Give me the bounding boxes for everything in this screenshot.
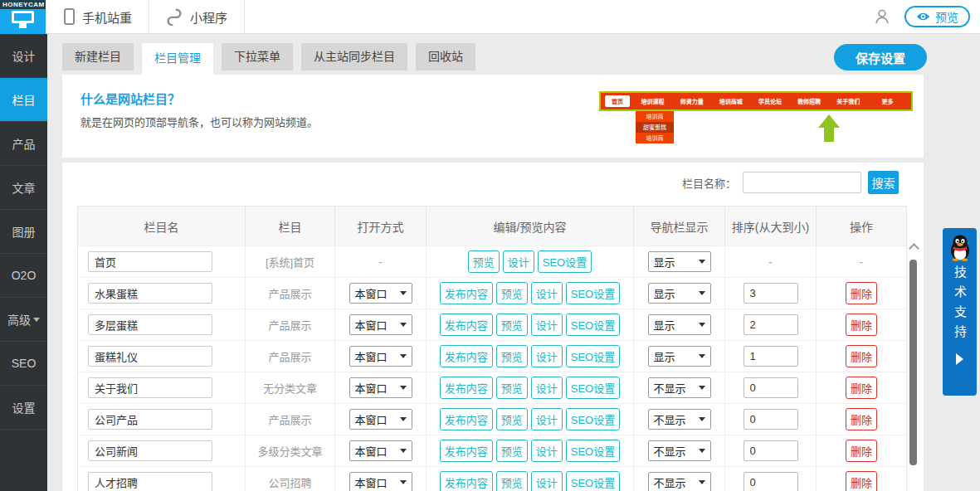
nav-display-select[interactable]: 不显示 — [648, 472, 711, 491]
seo-settings-button[interactable]: SEO设置 — [566, 282, 620, 304]
tab-dropdown-menu[interactable]: 下拉菜单 — [222, 43, 293, 70]
sidebar-item-albums[interactable]: 图册 — [0, 210, 47, 254]
nav-display-select[interactable]: 显示 — [648, 251, 711, 272]
open-mode-select[interactable]: 本窗口 — [349, 472, 412, 491]
sort-order-input[interactable] — [744, 346, 798, 367]
column-name-input[interactable] — [88, 440, 212, 461]
publish-content-button[interactable]: 发布内容 — [440, 408, 493, 430]
delete-button[interactable]: 删除 — [846, 377, 877, 399]
sort-order-input[interactable] — [744, 440, 798, 461]
delete-button[interactable]: 删除 — [846, 314, 877, 336]
sort-order-input[interactable] — [744, 377, 798, 398]
chevron-down-icon — [400, 354, 407, 358]
nav-display-select[interactable]: 显示 — [648, 283, 711, 304]
nav-display-select[interactable]: 显示 — [648, 346, 711, 367]
delete-button[interactable]: 删除 — [846, 345, 877, 367]
sort-order-input[interactable] — [744, 283, 798, 304]
column-type-label: 产品展示 — [268, 348, 311, 364]
sidebar-item-products[interactable]: 产品 — [0, 122, 47, 166]
publish-content-button[interactable]: 发布内容 — [440, 282, 493, 304]
nav-display-select[interactable]: 不显示 — [648, 409, 711, 430]
design-button[interactable]: 设计 — [531, 282, 563, 304]
publish-content-button[interactable]: 发布内容 — [440, 345, 493, 367]
column-name-input[interactable] — [88, 314, 212, 335]
publish-content-button[interactable]: 发布内容 — [440, 471, 493, 491]
delete-button[interactable]: 删除 — [846, 408, 877, 430]
preview-content-button[interactable]: 预览 — [496, 314, 528, 336]
open-mode-select[interactable]: 本窗口 — [349, 346, 412, 367]
column-name-input[interactable] — [88, 251, 212, 272]
top-bar: HONEYCAM 手机站重 小程序 预览 — [0, 0, 980, 34]
preview-content-button[interactable]: 预览 — [496, 377, 528, 399]
column-name-input[interactable] — [88, 346, 212, 367]
design-button[interactable]: 设计 — [531, 471, 563, 491]
nav-display-select[interactable]: 不显示 — [648, 377, 711, 398]
delete-button[interactable]: 删除 — [846, 471, 877, 491]
sidebar-item-seo[interactable]: SEO — [0, 342, 47, 386]
seo-settings-button[interactable]: SEO设置 — [566, 471, 620, 491]
column-name-input[interactable] — [88, 409, 212, 430]
sort-order-input[interactable] — [744, 314, 798, 335]
tab-new-column[interactable]: 新建栏目 — [62, 43, 134, 70]
publish-content-button[interactable]: 发布内容 — [440, 377, 493, 399]
open-mode-select[interactable]: 本窗口 — [349, 409, 412, 430]
design-button[interactable]: 设计 — [503, 250, 534, 273]
seo-settings-button[interactable]: SEO设置 — [566, 408, 620, 430]
preview-content-button[interactable]: 预览 — [468, 250, 500, 273]
open-mode-select[interactable]: 本窗口 — [349, 283, 412, 304]
seo-settings-button[interactable]: SEO设置 — [566, 440, 620, 462]
sort-order-input[interactable] — [744, 472, 798, 491]
preview-button[interactable]: 预览 — [904, 6, 970, 27]
design-button[interactable]: 设计 — [531, 408, 563, 430]
tab-column-management[interactable]: 栏目管理 — [142, 43, 213, 75]
preview-content-button[interactable]: 预览 — [496, 408, 528, 430]
sidebar-item-articles[interactable]: 文章 — [0, 166, 47, 210]
scroll-up-icon[interactable] — [909, 243, 919, 254]
sidebar-item-o2o[interactable]: O2O — [0, 254, 47, 298]
delete-button[interactable]: 删除 — [846, 282, 877, 304]
design-button[interactable]: 设计 — [531, 440, 563, 462]
table-scrollbar[interactable] — [909, 260, 917, 465]
column-name-input[interactable] — [88, 377, 212, 398]
preview-content-button[interactable]: 预览 — [496, 345, 528, 367]
user-icon[interactable] — [873, 7, 891, 26]
seo-settings-button[interactable]: SEO设置 — [566, 345, 620, 367]
preview-content-button[interactable]: 预览 — [496, 440, 528, 462]
seo-settings-button[interactable]: SEO设置 — [538, 250, 592, 273]
nav-display-select[interactable]: 不显示 — [648, 440, 711, 461]
design-button[interactable]: 设计 — [531, 314, 563, 336]
design-button[interactable]: 设计 — [531, 377, 563, 399]
nav-display-select[interactable]: 显示 — [648, 314, 711, 335]
column-name-input[interactable] — [88, 283, 212, 304]
search-button[interactable]: 搜索 — [868, 171, 899, 194]
publish-content-button[interactable]: 发布内容 — [440, 314, 493, 336]
column-name-input[interactable] — [88, 472, 212, 491]
delete-button[interactable]: 删除 — [846, 440, 877, 462]
seo-settings-button[interactable]: SEO设置 — [566, 314, 620, 336]
sidebar-item-settings[interactable]: 设置 — [0, 386, 47, 430]
design-button[interactable]: 设计 — [531, 345, 563, 367]
publish-content-button[interactable]: 发布内容 — [440, 440, 493, 462]
tab-sync-from-main-site[interactable]: 从主站同步栏目 — [301, 43, 407, 70]
save-settings-button[interactable]: 保存设置 — [834, 44, 927, 70]
tech-support-widget[interactable]: 技术支持 — [943, 228, 977, 396]
sidebar-item-columns[interactable]: 栏目 — [0, 78, 47, 122]
open-mode-select[interactable]: 本窗口 — [349, 377, 412, 398]
preview-content-button[interactable]: 预览 — [496, 282, 528, 304]
sidebar-item-advanced[interactable]: 高级 — [0, 298, 47, 342]
mini-program-menu-item[interactable]: 小程序 — [149, 0, 245, 33]
chevron-down-icon — [699, 291, 705, 295]
nav-preview-dropdown-item: 培训商 — [636, 111, 674, 122]
column-name-search-input[interactable] — [743, 172, 861, 193]
tab-strip: 新建栏目 栏目管理 下拉菜单 从主站同步栏目 回收站 — [62, 43, 475, 75]
seo-settings-button[interactable]: SEO设置 — [566, 377, 620, 399]
app-logo[interactable]: HONEYCAM — [0, 0, 46, 34]
sort-order-input[interactable] — [744, 409, 798, 430]
up-arrow-icon — [818, 114, 840, 143]
open-mode-select[interactable]: 本窗口 — [349, 440, 412, 461]
mobile-site-menu-item[interactable]: 手机站重 — [47, 0, 149, 33]
tab-recycle-bin[interactable]: 回收站 — [416, 43, 475, 70]
preview-content-button[interactable]: 预览 — [496, 471, 528, 491]
sidebar-item-design[interactable]: 设计 — [0, 34, 47, 78]
open-mode-select[interactable]: 本窗口 — [349, 314, 412, 335]
